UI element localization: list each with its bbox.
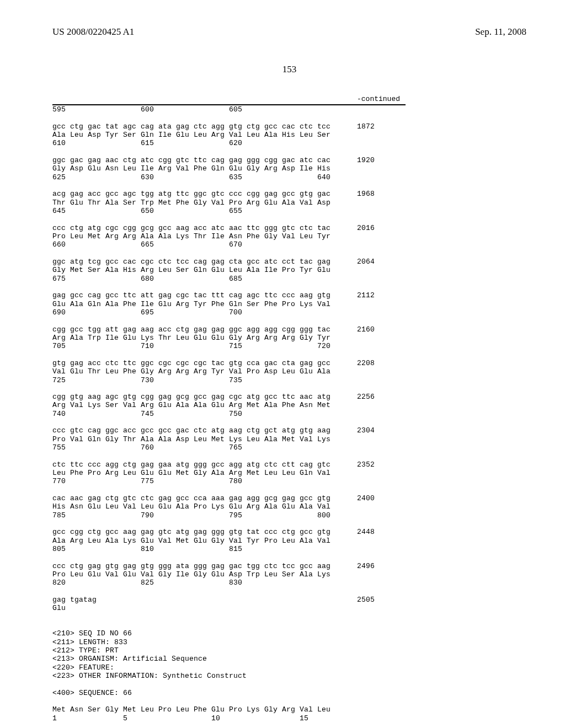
sequence-listing: 595 600 605 gcc ctg gac tat agc cag ata …: [52, 105, 406, 728]
continued-label: -continued: [52, 95, 406, 103]
page-header: US 2008/0220425 A1 Sep. 11, 2008: [52, 26, 526, 38]
sequence-container: -continued 595 600 605 gcc ctg gac tat a…: [52, 95, 406, 728]
publication-date: Sep. 11, 2008: [475, 26, 526, 38]
publication-number: US 2008/0220425 A1: [52, 26, 134, 38]
page-number: 153: [52, 64, 526, 75]
page: US 2008/0220425 A1 Sep. 11, 2008 153 -co…: [0, 0, 565, 728]
